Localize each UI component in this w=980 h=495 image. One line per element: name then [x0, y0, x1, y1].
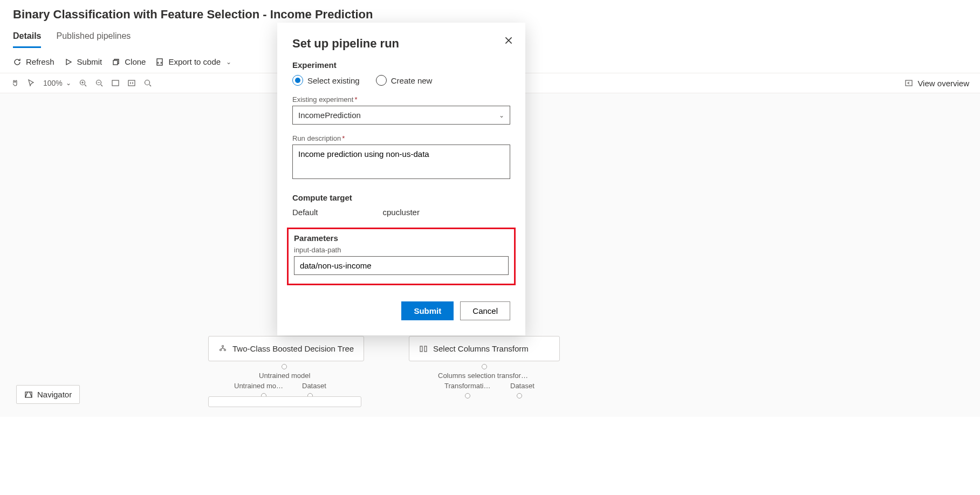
refresh-button[interactable]: Refresh	[13, 57, 54, 66]
svg-rect-5	[128, 80, 135, 86]
tab-published-pipelines[interactable]: Published pipelines	[56, 26, 131, 48]
port-label-cols-sel: Columns selection transfor…	[438, 372, 528, 380]
svg-rect-11	[420, 346, 422, 352]
tab-details[interactable]: Details	[13, 26, 41, 48]
actual-size-icon[interactable]	[127, 79, 136, 87]
svg-rect-7	[906, 80, 912, 86]
refresh-icon	[13, 58, 22, 66]
run-description-input[interactable]	[292, 145, 510, 179]
submit-toolbar-button[interactable]: Submit	[64, 57, 102, 66]
play-icon	[64, 58, 73, 66]
submit-button[interactable]: Submit	[401, 301, 454, 320]
param-name-label: input-data-path	[294, 246, 509, 254]
chevron-down-icon: ⌄	[66, 79, 71, 87]
modal-actions: Submit Cancel	[292, 301, 510, 320]
radio-label: Select existing	[307, 76, 360, 85]
submit-label: Submit	[77, 57, 102, 66]
clone-button[interactable]: Clone	[112, 57, 146, 66]
compute-label: Default	[292, 208, 318, 217]
refresh-label: Refresh	[26, 57, 54, 66]
radio-icon	[292, 75, 303, 86]
compute-target-row: Default cpucluster	[292, 208, 510, 217]
label-existing-experiment: Existing experiment*	[292, 95, 510, 104]
port-label-untrained-mo: Untrained mo…	[234, 382, 283, 390]
clone-label: Clone	[125, 57, 146, 66]
existing-experiment-select[interactable]: IncomePrediction ⌄	[292, 106, 510, 125]
radio-icon	[376, 75, 387, 86]
setup-pipeline-run-modal: Set up pipeline run Experiment Select ex…	[277, 23, 525, 335]
node-select-columns-transform[interactable]: Select Columns Transform	[409, 336, 560, 361]
zoom-in-icon[interactable]	[79, 79, 87, 87]
svg-rect-12	[424, 346, 427, 352]
navigator-button[interactable]: Navigator	[16, 385, 80, 404]
zoom-level[interactable]: 100% ⌄	[43, 79, 71, 87]
hand-icon[interactable]	[11, 79, 19, 87]
svg-rect-1	[157, 59, 162, 65]
modal-title: Set up pipeline run	[292, 37, 510, 51]
svg-point-10	[224, 349, 226, 350]
panel-icon	[904, 79, 913, 87]
radio-create-new[interactable]: Create new	[376, 75, 433, 86]
chevron-down-icon: ⌄	[499, 112, 504, 119]
view-overview-button[interactable]: View overview	[904, 79, 969, 88]
compute-value: cpucluster	[383, 208, 420, 217]
node-two-class-boosted[interactable]: Two-Class Boosted Decision Tree	[208, 336, 364, 361]
svg-rect-4	[112, 80, 119, 86]
svg-point-6	[145, 80, 149, 85]
radio-group-experiment: Select existing Create new	[292, 75, 510, 86]
section-parameters: Parameters	[294, 233, 509, 243]
search-icon[interactable]	[143, 79, 152, 87]
port-dot[interactable]	[465, 393, 470, 398]
page-title: Binary Classification with Feature Selec…	[0, 0, 980, 26]
port-label-transformati: Transformati…	[444, 382, 490, 390]
pointer-icon[interactable]	[27, 79, 36, 87]
chevron-down-icon: ⌄	[226, 58, 231, 66]
export-button[interactable]: Export to code ⌄	[155, 57, 231, 66]
param-value-input[interactable]	[294, 256, 509, 275]
section-experiment: Experiment	[292, 60, 510, 70]
node-partial[interactable]	[208, 396, 361, 407]
node-label: Two-Class Boosted Decision Tree	[232, 344, 354, 353]
svg-rect-0	[113, 60, 118, 65]
svg-point-9	[220, 349, 222, 350]
select-value: IncomePrediction	[298, 111, 361, 120]
parameters-section-highlight: Parameters input-data-path	[287, 228, 516, 285]
port-label-dataset1: Dataset	[302, 382, 326, 390]
port-dot[interactable]	[482, 364, 487, 369]
port-dot[interactable]	[282, 364, 287, 369]
port-dot[interactable]	[517, 393, 522, 398]
port-label-dataset2: Dataset	[510, 382, 534, 390]
radio-label: Create new	[391, 76, 433, 85]
navigator-label: Navigator	[37, 390, 72, 399]
fit-icon[interactable]	[111, 79, 120, 87]
svg-point-8	[222, 345, 224, 347]
navigator-icon	[24, 390, 33, 399]
close-icon[interactable]	[504, 36, 513, 45]
clone-icon	[112, 58, 120, 66]
code-file-icon	[155, 58, 164, 66]
node-label: Select Columns Transform	[433, 344, 529, 353]
cancel-button[interactable]: Cancel	[460, 301, 510, 320]
zoom-value: 100%	[43, 79, 63, 87]
zoom-out-icon[interactable]	[95, 79, 104, 87]
export-label: Export to code	[168, 57, 221, 66]
columns-icon	[419, 345, 428, 353]
tree-icon	[218, 345, 227, 353]
section-compute-target: Compute target	[292, 193, 510, 202]
radio-select-existing[interactable]: Select existing	[292, 75, 360, 86]
label-run-description: Run description*	[292, 134, 510, 142]
view-overview-label: View overview	[917, 79, 969, 88]
port-label-untrained-model: Untrained model	[259, 372, 310, 380]
